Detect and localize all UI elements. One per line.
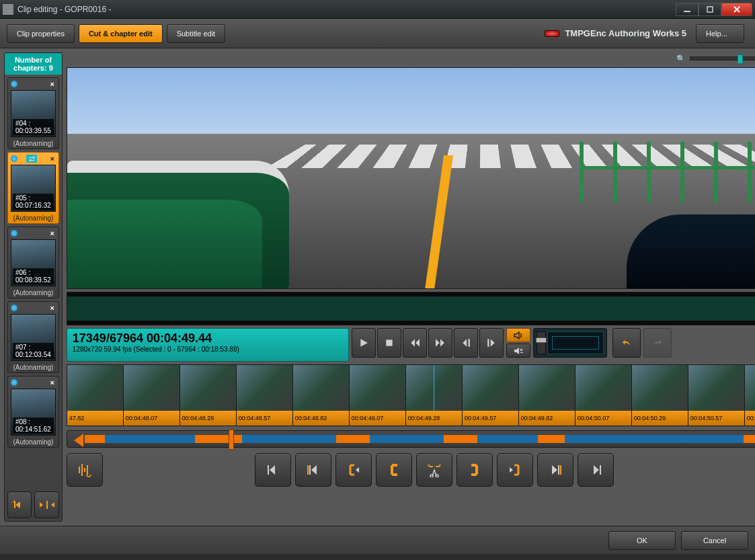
strip-frame[interactable]: 00:04:50.57 (688, 365, 745, 426)
strip-frame[interactable]: 00:04:49.82 (519, 365, 575, 426)
strip-timecode: 47.82 (67, 411, 123, 426)
timeline[interactable] (67, 430, 755, 448)
chapter-list[interactable]: × #04 : 00:03:39.55 (Autonaming)⇄× #05 :… (5, 75, 62, 489)
strip-timecode: 00:04:48.28 (180, 411, 236, 426)
zoom-knob[interactable] (738, 54, 743, 64)
subtitle-edit-tab[interactable]: Subtitle edit (167, 24, 225, 43)
strip-frame[interactable]: 00:04:48.07 (124, 365, 180, 426)
chapter-close-icon[interactable]: × (48, 304, 57, 312)
volume-slider[interactable] (537, 331, 546, 354)
video-preview[interactable] (67, 67, 755, 289)
chapter-close-icon[interactable]: × (48, 155, 57, 163)
strip-timecode: 00:04:50.07 (575, 411, 631, 426)
chapter-thumbnail[interactable]: #04 : 00:03:39.55 (11, 90, 56, 137)
in-point-handle[interactable] (74, 434, 83, 447)
strip-frame[interactable]: 00:04:50.07 (575, 365, 632, 426)
set-in-button[interactable] (376, 453, 412, 487)
minimize-button[interactable] (676, 3, 699, 16)
strip-frame[interactable]: 00:04:49.07 (350, 365, 406, 426)
app-icon (3, 4, 13, 15)
cut-button[interactable] (416, 453, 452, 487)
svg-rect-7 (84, 468, 85, 472)
ok-button[interactable]: OK (608, 531, 676, 550)
rewind-button[interactable] (403, 328, 427, 358)
set-out-button[interactable] (456, 453, 493, 487)
timecode-panel: 17349/67964 00:04:49.44 1280x720 59.94 f… (67, 328, 349, 362)
strip-timecode: 00:04:48.57 (237, 411, 292, 426)
jump-in-button[interactable] (335, 453, 372, 487)
step-forward-button[interactable] (479, 328, 504, 358)
close-button[interactable] (721, 3, 752, 16)
clip-properties-tab[interactable]: Clip properties (7, 24, 75, 43)
strip-frame[interactable]: 00:04:48.57 (237, 365, 293, 426)
strip-timecode: 00:04:49.07 (350, 411, 405, 426)
chapter-close-icon[interactable]: × (48, 229, 57, 237)
svg-rect-3 (386, 339, 392, 346)
jump-out-button[interactable] (497, 453, 533, 487)
cut-chapter-tab[interactable]: Cut & chapter edit (79, 24, 163, 43)
add-chapter-button[interactable]: + (7, 491, 32, 518)
strip-frame[interactable]: 00:04:48.82 (293, 365, 350, 426)
maximize-button[interactable] (699, 3, 721, 16)
next-keyframe-button[interactable] (537, 453, 573, 487)
chapter-close-icon[interactable]: × (48, 80, 57, 88)
playhead[interactable] (229, 430, 234, 450)
strip-frame[interactable]: 00:04:50.29 (632, 365, 688, 426)
strip-frame[interactable]: 00:04:49.28 (406, 365, 463, 426)
move-chapter-button[interactable] (34, 491, 58, 518)
chapter-item[interactable]: × #08 : 00:14:51.62 (Autonaming) (7, 376, 59, 448)
chapter-subtitle: (Autonaming) (9, 288, 57, 296)
chapter-thumbnail[interactable]: #06 : 00:08:39.52 (11, 239, 56, 286)
chapter-label: #05 : 00:07:16.32 (13, 194, 54, 210)
strip-frame[interactable]: 00:04:49.57 (463, 365, 519, 426)
strip-timecode: 00:04:50. (745, 411, 755, 426)
search-icon: 🔍 (676, 54, 686, 63)
chapter-type-icon (11, 81, 17, 87)
redo-button[interactable] (643, 328, 672, 358)
audio-toggle-button[interactable] (506, 328, 530, 342)
strip-frame[interactable]: 00:04:50. (745, 365, 755, 426)
chapter-thumbnail[interactable]: #05 : 00:07:16.32 (11, 165, 56, 212)
audio-waveform[interactable] (67, 292, 755, 325)
play-button[interactable] (352, 328, 376, 358)
next-frame-button[interactable] (578, 453, 614, 487)
chapter-item[interactable]: ⇄× #05 : 00:07:16.32 (Autonaming) (7, 152, 59, 224)
timecode-detail: 1280x720 59.94 fps (Selected : 0 - 67964… (73, 346, 343, 353)
svg-text:⇆: ⇆ (520, 347, 523, 355)
chapter-label: #07 : 00:12:03.54 (13, 343, 54, 359)
chapter-item[interactable]: × #06 : 00:08:39.52 (Autonaming) (7, 227, 59, 298)
prev-keyframe-button[interactable] (295, 453, 331, 487)
chapter-sidebar: Number of chapters: 9 × #04 : 00:03:39.5… (4, 52, 63, 522)
audio-settings-button[interactable]: ⇆ (506, 344, 530, 358)
undo-button[interactable] (612, 328, 641, 358)
svg-text:+: + (12, 499, 16, 506)
window-title: Clip editing - GOPR0016 - (17, 5, 676, 14)
chapter-subtitle: (Autonaming) (9, 362, 57, 371)
prev-frame-button[interactable] (255, 453, 291, 487)
chapter-type-icon (11, 230, 17, 237)
stop-button[interactable] (377, 328, 401, 358)
fastforward-button[interactable] (428, 328, 452, 358)
chapter-close-icon[interactable]: × (48, 378, 57, 387)
toolbar: Clip properties Cut & chapter edit Subti… (0, 19, 755, 48)
svg-rect-1 (707, 7, 713, 12)
strip-frame[interactable]: 00:04:48.28 (180, 365, 237, 426)
chapter-thumbnail[interactable]: #08 : 00:14:51.62 (11, 389, 56, 436)
strip-frame[interactable]: 47.82 (67, 365, 124, 426)
chapter-label: #04 : 00:03:39.55 (13, 119, 54, 135)
svg-rect-0 (684, 11, 690, 12)
strip-timecode: 00:04:50.29 (632, 411, 688, 426)
status-led (545, 30, 559, 37)
help-button[interactable]: Help... (696, 24, 744, 43)
strip-timecode: 00:04:49.28 (406, 411, 462, 426)
svg-rect-12 (560, 465, 561, 475)
chapter-thumbnail[interactable]: #07 : 00:12:03.54 (11, 314, 56, 361)
zoom-control[interactable]: 🔍 ııııı (67, 52, 755, 65)
chapter-subtitle: (Autonaming) (9, 437, 57, 446)
step-back-button[interactable] (454, 328, 478, 358)
chapter-item[interactable]: × #04 : 00:03:39.55 (Autonaming) (7, 77, 59, 149)
thumbnail-strip[interactable]: 47.8200:04:48.0700:04:48.2800:04:48.5700… (67, 364, 755, 426)
cancel-button[interactable]: Cancel (681, 531, 748, 550)
chapter-item[interactable]: × #07 : 00:12:03.54 (Autonaming) (7, 301, 59, 373)
audio-edit-button[interactable] (67, 453, 103, 487)
